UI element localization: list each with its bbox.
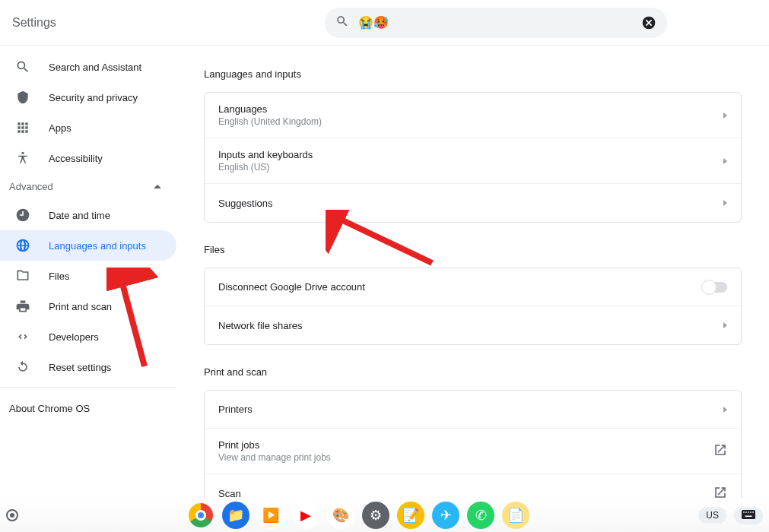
sidebar-item-developers[interactable]: Developers	[0, 321, 176, 352]
sidebar-item-apps[interactable]: Apps	[0, 112, 176, 143]
code-icon	[15, 329, 30, 344]
sidebar-item-date-time[interactable]: Date and time	[0, 200, 176, 230]
accessibility-icon	[15, 150, 30, 166]
section-title-print: Print and scan	[204, 366, 742, 378]
sidebar-item-languages[interactable]: Languages and inputs	[0, 230, 176, 261]
settings-content: Languages and inputs Languages English (…	[176, 46, 769, 499]
svg-rect-4	[742, 510, 755, 519]
sidebar-item-accessibility[interactable]: Accessibility	[0, 143, 176, 173]
shelf-app-keep[interactable]: 📝	[397, 502, 424, 529]
shelf-app-chrome[interactable]	[187, 502, 214, 529]
sidebar-item-about[interactable]: About Chrome OS	[0, 392, 176, 425]
sidebar-item-search-assistant[interactable]: Search and Assistant	[0, 52, 176, 82]
row-label: Languages	[218, 103, 723, 115]
sidebar-item-label: Apps	[49, 122, 71, 134]
row-suggestions[interactable]: Suggestions	[205, 184, 741, 222]
svg-rect-5	[743, 511, 745, 513]
sidebar-item-label: Languages and inputs	[49, 240, 146, 252]
sidebar-item-print-scan[interactable]: Print and scan	[0, 291, 176, 321]
row-print-jobs[interactable]: Print jobs View and manage print jobs	[205, 429, 741, 474]
section-title-files: Files	[204, 244, 742, 255]
row-network-shares[interactable]: Network file shares	[205, 306, 741, 344]
search-icon	[15, 59, 30, 74]
search-icon	[335, 14, 349, 30]
advanced-label: Advanced	[9, 181, 53, 192]
row-sublabel: English (United Kingdom)	[218, 116, 723, 127]
row-label: Suggestions	[218, 198, 723, 209]
chevron-right-icon	[723, 200, 727, 206]
svg-rect-9	[752, 511, 754, 513]
chevron-right-icon	[723, 322, 727, 328]
row-label: Scan	[218, 488, 713, 499]
chevron-up-icon	[154, 185, 161, 188]
sidebar-item-label: Date and time	[49, 210, 110, 221]
svg-rect-6	[745, 511, 747, 513]
row-label: Print jobs	[218, 439, 713, 451]
sidebar-item-label: Reset settings	[49, 362, 111, 373]
sidebar-item-label: Developers	[49, 331, 99, 343]
row-inputs-keyboards[interactable]: Inputs and keyboards English (US)	[205, 138, 741, 184]
row-label: Printers	[218, 404, 723, 415]
row-label: Disconnect Google Drive account	[218, 281, 703, 293]
shelf-app-notes[interactable]: 📄	[502, 502, 529, 529]
virtual-keyboard-button[interactable]	[734, 507, 763, 524]
row-languages[interactable]: Languages English (United Kingdom)	[205, 93, 741, 138]
shelf-app-whatsapp[interactable]: ✆	[467, 502, 494, 529]
globe-icon	[15, 238, 30, 253]
shelf-app-files[interactable]: 📁	[222, 502, 249, 529]
folder-icon	[15, 268, 30, 283]
search-input-value: 😭🥵	[358, 15, 389, 30]
toggle-drive[interactable]	[703, 282, 727, 293]
page-title: Settings	[12, 16, 56, 30]
row-label: Inputs and keyboards	[218, 149, 723, 160]
sidebar-item-security[interactable]: Security and privacy	[0, 82, 176, 112]
section-title-languages: Languages and inputs	[204, 68, 742, 80]
sidebar-advanced-toggle[interactable]: Advanced	[0, 173, 176, 200]
shelf-app-play-store[interactable]: ▶️	[257, 502, 284, 529]
chevron-right-icon	[723, 112, 727, 119]
row-sublabel: View and manage print jobs	[218, 452, 713, 463]
row-label: Network file shares	[218, 320, 723, 331]
settings-search-box[interactable]: 😭🥵	[325, 8, 667, 38]
chevron-right-icon	[723, 158, 727, 164]
sidebar-item-label: Search and Assistant	[49, 62, 141, 73]
chromeos-shelf: 📁 ▶️ ▶ 🎨 ⚙ 📝 ✈ ✆ 📄 US	[0, 499, 769, 532]
row-scan[interactable]: Scan	[205, 474, 741, 499]
shield-icon	[15, 90, 30, 105]
svg-point-1	[21, 152, 24, 154]
row-disconnect-drive[interactable]: Disconnect Google Drive account	[205, 268, 741, 306]
external-link-icon	[713, 443, 727, 459]
sidebar-item-reset[interactable]: Reset settings	[0, 352, 176, 382]
sidebar-item-files[interactable]: Files	[0, 261, 176, 291]
external-link-icon	[713, 486, 727, 499]
svg-rect-8	[750, 511, 752, 513]
ime-indicator[interactable]: US	[698, 507, 726, 524]
shelf-app-photos[interactable]: 🎨	[327, 502, 354, 529]
svg-rect-7	[748, 511, 749, 513]
launcher-button[interactable]	[6, 509, 18, 521]
row-printers[interactable]: Printers	[205, 391, 741, 429]
chevron-right-icon	[723, 407, 727, 413]
shelf-app-telegram[interactable]: ✈	[432, 502, 459, 529]
printer-icon	[15, 299, 30, 314]
shelf-app-youtube[interactable]: ▶	[292, 502, 319, 529]
settings-sidebar: Search and Assistant Security and privac…	[0, 46, 176, 499]
reset-icon	[15, 359, 30, 375]
sidebar-item-label: Files	[49, 271, 69, 282]
clock-icon	[15, 207, 30, 223]
svg-rect-10	[745, 515, 752, 517]
apps-grid-icon	[15, 120, 30, 135]
sidebar-item-label: Print and scan	[49, 301, 112, 312]
sidebar-item-label: Security and privacy	[49, 92, 138, 103]
sidebar-item-label: Accessibility	[49, 153, 103, 164]
shelf-app-settings[interactable]: ⚙	[362, 502, 389, 529]
clear-search-button[interactable]	[641, 15, 656, 30]
row-sublabel: English (US)	[218, 162, 723, 173]
